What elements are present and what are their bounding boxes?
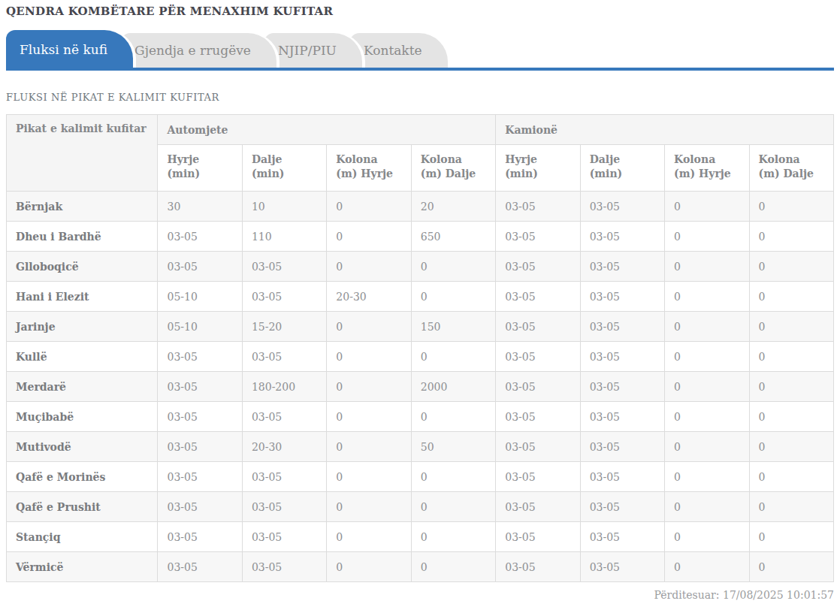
table-row: Stançiq03-0503-050003-0503-0500 [7,522,834,552]
crossing-name-cell: Mutivodë [7,432,158,462]
value-cell: 03-05 [242,282,326,312]
tab-label: Kontakte [364,43,422,58]
value-cell: 0 [665,192,749,222]
tab-label: NJIP/PIU [278,43,337,58]
subheader-kam-dalje: Dalje (min) [580,145,664,192]
value-cell: 03-05 [580,522,664,552]
value-cell: 03-05 [242,252,326,282]
subheader-auto-kolona-dalje: Kolona (m) Dalje [411,145,495,192]
value-cell: 05-10 [158,282,242,312]
value-cell: 0 [665,282,749,312]
group-header-automjete: Automjete [158,115,496,145]
value-cell: 03-05 [496,372,580,402]
tab-njip-piu[interactable]: NJIP/PIU [264,33,362,68]
value-cell: 0 [665,492,749,522]
value-cell: 0 [665,342,749,372]
page-title: QENDRA KOMBËTARE PËR MENAXHIM KUFITAR [6,5,834,18]
value-cell: 03-05 [496,432,580,462]
value-cell: 03-05 [158,252,242,282]
value-cell: 0 [749,312,833,342]
border-flux-table: Pikat e kalimit kufitar Automjete Kamion… [6,114,834,582]
crossing-name-cell: Dheu i Bardhë [7,222,158,252]
tab-gjendja-e-rrugeve[interactable]: Gjendja e rrugëve [121,33,276,68]
page-container: QENDRA KOMBËTARE PËR MENAXHIM KUFITAR Fl… [0,0,840,608]
crossing-name-cell: Bërnjak [7,192,158,222]
value-cell: 03-05 [158,462,242,492]
tab-fluksi-ne-kufi[interactable]: Fluksi në kufi [6,30,133,68]
value-cell: 0 [327,462,411,492]
value-cell: 0 [327,222,411,252]
value-cell: 0 [665,372,749,402]
value-cell: 03-05 [580,432,664,462]
value-cell: 03-05 [158,492,242,522]
value-cell: 0 [749,432,833,462]
value-cell: 0 [665,252,749,282]
value-cell: 03-05 [580,462,664,492]
value-cell: 03-05 [496,552,580,582]
subheader-auto-hyrje: Hyrje (min) [158,145,242,192]
value-cell: 0 [749,222,833,252]
value-cell: 03-05 [242,552,326,582]
value-cell: 0 [749,192,833,222]
value-cell: 0 [411,282,495,312]
table-row: Qafë e Morinës03-0503-050003-0503-0500 [7,462,834,492]
tab-kontakte[interactable]: Kontakte [350,33,448,68]
table-row: Mutivodë03-0520-3005003-0503-0500 [7,432,834,462]
crossing-name-cell: Qafë e Prushit [7,492,158,522]
value-cell: 2000 [411,372,495,402]
table-body: Bërnjak301002003-0503-0500Dheu i Bardhë0… [7,192,834,582]
value-cell: 0 [327,492,411,522]
value-cell: 03-05 [496,222,580,252]
value-cell: 10 [242,192,326,222]
value-cell: 0 [749,282,833,312]
value-cell: 0 [749,522,833,552]
value-cell: 03-05 [580,222,664,252]
group-header-row: Pikat e kalimit kufitar Automjete Kamion… [7,115,834,145]
value-cell: 03-05 [580,312,664,342]
tab-bar: Fluksi në kufi Gjendja e rrugëve NJIP/PI… [6,30,834,68]
value-cell: 180-200 [242,372,326,402]
value-cell: 0 [749,552,833,582]
value-cell: 20-30 [327,282,411,312]
value-cell: 03-05 [158,522,242,552]
crossing-name-cell: Merdarë [7,372,158,402]
value-cell: 03-05 [580,552,664,582]
value-cell: 20 [411,192,495,222]
subheader-kam-hyrje: Hyrje (min) [496,145,580,192]
value-cell: 0 [327,402,411,432]
table-row: Bërnjak301002003-0503-0500 [7,192,834,222]
value-cell: 0 [411,252,495,282]
value-cell: 03-05 [580,282,664,312]
value-cell: 0 [411,462,495,492]
value-cell: 03-05 [580,192,664,222]
value-cell: 03-05 [158,222,242,252]
crossing-name-cell: Muçibabë [7,402,158,432]
value-cell: 03-05 [242,462,326,492]
value-cell: 0 [411,552,495,582]
value-cell: 03-05 [158,372,242,402]
value-cell: 20-30 [242,432,326,462]
tab-label: Gjendja e rrugëve [134,43,251,58]
value-cell: 03-05 [158,402,242,432]
crossing-name-cell: Kullë [7,342,158,372]
value-cell: 0 [411,522,495,552]
table-row: Muçibabë03-0503-050003-0503-0500 [7,402,834,432]
table-row: Glloboqicë03-0503-050003-0503-0500 [7,252,834,282]
value-cell: 03-05 [580,492,664,522]
value-cell: 03-05 [496,312,580,342]
group-header-kamione: Kamionë [496,115,834,145]
value-cell: 0 [749,402,833,432]
value-cell: 05-10 [158,312,242,342]
value-cell: 03-05 [496,252,580,282]
table-row: Kullë03-0503-050003-0503-0500 [7,342,834,372]
table-row: Qafë e Prushit03-0503-050003-0503-0500 [7,492,834,522]
value-cell: 03-05 [496,522,580,552]
value-cell: 0 [327,522,411,552]
corner-header-cell: Pikat e kalimit kufitar [7,115,158,192]
value-cell: 03-05 [496,462,580,492]
value-cell: 03-05 [496,402,580,432]
value-cell: 0 [411,402,495,432]
table-row: Dheu i Bardhë03-05110065003-0503-0500 [7,222,834,252]
value-cell: 0 [665,552,749,582]
tab-label: Fluksi në kufi [20,42,107,57]
